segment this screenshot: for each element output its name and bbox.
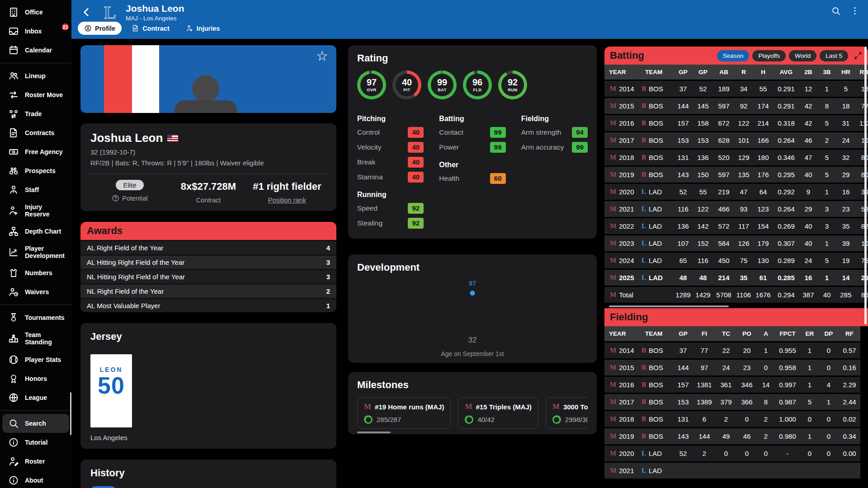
sidebar-item-tournaments[interactable]: Tournaments [0,308,71,327]
sidebar-item-tutorial[interactable]: Tutorial [0,433,71,452]
fielding-row-2018[interactable]: M2018BBOS13162021.000000.02 [604,411,860,427]
sidebar-item-contracts[interactable]: Contracts [0,123,71,142]
filter-playoffs[interactable]: Playoffs [752,50,786,61]
sidebar-item-roster[interactable]: Roster [0,452,71,471]
batting-col-hr[interactable]: HR [836,65,856,80]
milestones-scrollbar[interactable] [357,432,391,433]
batting-row-total[interactable]: MTotal128914295708110616760.294387402858… [604,287,868,303]
fielding-row-2015[interactable]: M2015BBOS14497242300.958100.16 [604,360,860,375]
question-icon[interactable] [112,194,119,202]
fielding-col-fi[interactable]: FI [693,326,716,341]
batting-col-avg[interactable]: AVG [774,65,799,80]
batting-col-gp[interactable]: GP [693,65,713,80]
batting-col-gp[interactable]: GP [673,65,693,80]
sidebar-item-label: Roster [25,458,45,465]
fielding-col-rf[interactable]: RF [839,326,860,341]
filter-last-5[interactable]: Last 5 [820,50,848,61]
page-scrollbar[interactable] [864,47,867,324]
fielding-col-team[interactable]: TEAM [641,326,673,341]
sidebar-item-player-stats[interactable]: Player Stats [0,350,71,369]
favorite-star-icon[interactable]: ☆ [316,48,328,64]
sidebar-item-lineup[interactable]: Lineup [0,66,71,85]
milestone-card[interactable]: M#15 Triples (MAJ)40/42 [458,397,538,429]
batting-row-2020[interactable]: M2020LLAD525521947640.292911639 [604,184,868,200]
tab-injuries[interactable]: Injuries [179,22,226,35]
fielding-title: Fielding [610,311,648,323]
fielding-col-er[interactable]: ER [801,326,819,341]
sidebar-item-inbox[interactable]: Inbox21 [0,22,71,41]
stat-cell: 40 [799,167,818,183]
milestone-card[interactable]: M3000 Total bases2998/3000 [546,397,588,429]
milestone-card[interactable]: M#19 Home runs (MAJ)285/287 [357,397,451,429]
potential-badge: Elite [116,180,143,190]
sidebar-item-player-development[interactable]: Player Development [0,241,71,263]
batting-col-2b[interactable]: 2B [799,65,818,80]
batting-col-3b[interactable]: 3B [818,65,836,80]
sidebar-item-roster-move[interactable]: Roster Move [0,85,71,104]
sidebar-item-honors[interactable]: Honors [0,369,71,388]
expand-icon[interactable] [854,51,863,60]
tab-contract[interactable]: Contract [125,22,176,35]
sidebar-item-search[interactable]: Search [2,414,69,433]
sidebar-item-trade[interactable]: Trade [0,104,71,123]
batting-hscrollbar[interactable] [609,305,729,307]
batting-row-2019[interactable]: M2019BBOS1431505971351760.2954052980 [604,167,868,183]
stat-cell: 366 [736,394,757,410]
sidebar-item-team-standing[interactable]: Team Standing [0,327,71,350]
batting-row-2023[interactable]: M2023LLAD1071525841261790.3074013910 [604,235,868,251]
fielding-row-2014[interactable]: M2014BBOS3777222010.955100.57 [604,343,860,358]
batting-row-2014[interactable]: M2014BBOS375218934550.291121518 [604,81,868,97]
fielding-col-tc[interactable]: TC [716,326,736,341]
fielding-col-a[interactable]: A [757,326,774,341]
back-button[interactable] [80,6,92,18]
sidebar-item-depth-chart[interactable]: Depth Chart [0,222,71,241]
year-cell: M2018 [604,411,641,427]
position-rank-link[interactable]: Position rank [248,197,326,204]
fielding-row-2016[interactable]: M2016BBOS1571381361346140.997142.29 [604,377,860,393]
development-point[interactable] [470,291,475,296]
fielding-col-year[interactable]: YEAR [604,326,641,341]
batting-col-team[interactable]: TEAM [641,65,673,80]
fielding-row-2020[interactable]: M2020LLAD522000-000.00 [604,446,860,461]
sidebar-item-injury-reserve[interactable]: Injury Reserve [0,199,71,222]
sidebar-item-office[interactable]: Office [0,3,71,22]
batting-col-h[interactable]: H [753,65,774,80]
fielding-col-fpct[interactable]: FPCT [774,326,801,341]
team-cell-flex: BBOS [642,154,672,161]
batting-row-2016[interactable]: M2016BBOS1571586721222140.31842531113 [604,115,868,131]
batting-row-2018[interactable]: M2018BBOS1311365201291800.3464753280 [604,150,868,165]
sidebar-item-free-agency[interactable]: Free Agency [0,142,71,161]
sidebar-item-about[interactable]: About [0,471,71,488]
fielding-col-gp[interactable]: GP [673,326,693,341]
filter-season[interactable]: Season [717,50,750,61]
fielding-row-2019[interactable]: M2019BBOS143144494620.980100.34 [604,428,860,444]
search-icon[interactable] [831,6,841,16]
sidebar-item-numbers[interactable]: Numbers [0,263,71,282]
stat-cell: 46 [736,428,757,444]
sidebar-item-waivers[interactable]: Waivers [0,282,71,301]
batting-row-2015[interactable]: M2015BBOS144145597921740.2914281877 [604,98,868,114]
history-event: Draft2011 Draft - Round 5 (172) by Bosto… [90,486,326,488]
fielding-col-dp[interactable]: DP [819,326,839,341]
sidebar-item-calendar[interactable]: Calendar [0,41,71,60]
stat-cell: 0 [819,428,839,444]
batting-col-r[interactable]: R [735,65,753,80]
tab-profile[interactable]: Profile [78,22,122,35]
sidebar-item-staff[interactable]: Staff [0,180,71,199]
batting-row-2021[interactable]: M2021LLAD116122466931230.2642932358 [604,201,868,217]
batting-row-2025[interactable]: M2025LLAD484821435610.2851611429 [604,270,868,286]
batting-row-2022[interactable]: M2022LLAD1361425721171540.2694033582 [604,218,868,234]
sidebar-scrollbar[interactable] [70,392,71,435]
batting-col-year[interactable]: YEAR [604,65,641,80]
batting-row-2017[interactable]: M2017BBOS1531536281011660.2644622410 [604,132,868,148]
fielding-col-po[interactable]: PO [736,326,757,341]
kebab-menu-icon[interactable] [850,6,860,16]
batting-row-2024[interactable]: M2024LLAD65116450751300.2892451975 [604,253,868,268]
year-cell: M2014 [604,343,641,358]
sidebar-item-prospects[interactable]: Prospects [0,161,71,180]
sidebar-item-league[interactable]: League [0,388,71,407]
fielding-row-2021[interactable]: M2021LLAD [604,463,860,479]
filter-world[interactable]: World [789,50,816,61]
batting-col-ab[interactable]: AB [713,65,735,80]
fielding-row-2017[interactable]: M2017BBOS153138937936680.987512.44 [604,394,860,410]
